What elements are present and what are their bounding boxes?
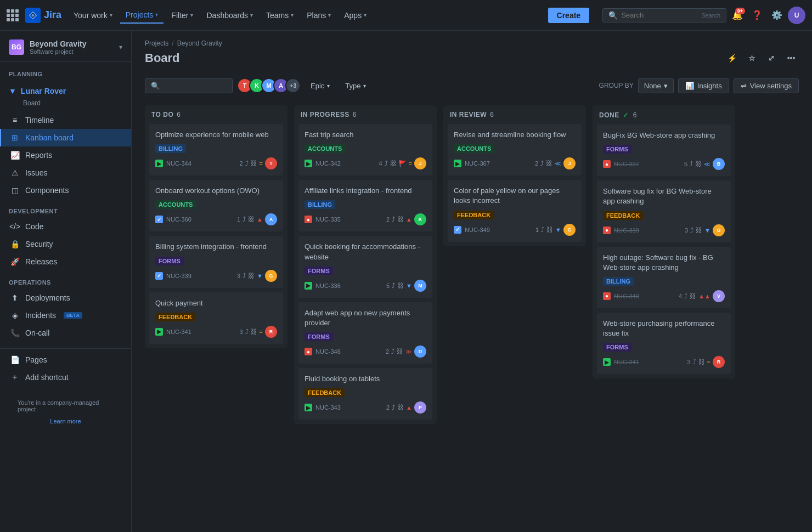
sidebar-item-timeline[interactable]: ≡ Timeline: [0, 111, 131, 129]
sidebar-item-lunar-rover[interactable]: ▼ Lunar Rover: [9, 83, 122, 99]
sidebar-item-issues[interactable]: ⚠ Issues: [0, 164, 131, 182]
type-filter-button[interactable]: Type ▾: [340, 79, 371, 93]
card-footer: ● NUC-340 4 ⤴ ⛓ ▲▲ V: [603, 290, 725, 302]
sidebar-item-incidents[interactable]: ◈ Incidents BETA: [0, 307, 131, 324]
card[interactable]: BugFix BG Web-store app crashing FORMS ●…: [597, 124, 731, 176]
done-check-icon: ✓: [623, 111, 629, 119]
sidebar-item-on-call[interactable]: 📞 On-call: [0, 324, 131, 342]
card-id: NUC-339: [614, 227, 639, 234]
nav-teams[interactable]: Teams ▾: [261, 8, 299, 23]
card-id: NUC-344: [166, 160, 191, 167]
card[interactable]: Revise and streamline booking flow ACCOU…: [448, 124, 582, 176]
card[interactable]: Fluid booking on tablets FEEDBACK ▶ NUC-…: [298, 368, 432, 420]
priority-icon: ▼: [555, 227, 561, 233]
sidebar-item-code[interactable]: </> Code: [0, 218, 131, 235]
notifications-button[interactable]: 🔔 9+: [729, 7, 746, 24]
search-icon: 🔍: [608, 11, 618, 20]
user-avatar[interactable]: U: [788, 7, 805, 24]
card-story-points: 3: [685, 227, 688, 234]
sidebar-item-add-shortcut[interactable]: ＋ Add shortcut: [0, 369, 131, 386]
card[interactable]: Onboard workout options (OWO) ACCOUNTS ✓…: [149, 180, 283, 231]
nav-projects[interactable]: Projects ▾: [120, 7, 164, 24]
card-story-points: 2: [535, 160, 538, 167]
sidebar-item-pages[interactable]: 📄 Pages: [0, 351, 131, 369]
card[interactable]: Fast trip search ACCOUNTS ▶ NUC-342 4 ⤴ …: [298, 124, 432, 176]
card-tag: ACCOUNTS: [304, 144, 345, 153]
card[interactable]: Quick booking for accommodations - websi…: [298, 236, 432, 297]
card-footer: ● NUC-335 2 ⤴ ⛓ ▲ K: [304, 213, 426, 225]
child-count-icon: ⛓: [251, 328, 257, 336]
card[interactable]: Quick payment FEEDBACK ▶ NUC-341 3 ⤴ ⛓ =…: [149, 292, 283, 344]
card[interactable]: Optimize experience for mobile web BILLI…: [149, 124, 283, 176]
card-id: NUC-336: [315, 282, 341, 289]
issue-type-icon: ▶: [603, 358, 611, 366]
learn-more-link[interactable]: Learn more: [50, 418, 81, 425]
settings-button[interactable]: ⚙️: [768, 7, 786, 24]
column-header-inreview: IN REVIEW 6: [443, 105, 586, 124]
column-cards-inprogress: Fast trip search ACCOUNTS ▶ NUC-342 4 ⤴ …: [294, 124, 437, 424]
kanban-board: TO DO 6 Optimize experience for mobile w…: [132, 99, 812, 516]
breadcrumb-project[interactable]: Beyond Gravity: [177, 39, 222, 47]
group-by-select[interactable]: None ▾: [638, 78, 674, 93]
card-id: NUC-349: [465, 227, 490, 233]
beta-badge: BETA: [64, 312, 82, 319]
nav-your-work[interactable]: Your work ▾: [68, 8, 118, 23]
filter-search[interactable]: 🔍: [145, 78, 233, 93]
child-count-icon: ⛓: [698, 358, 705, 366]
board-filters: 🔍 T K M A +3 Epic ▾ Type ▾ GROUP BY None…: [132, 72, 812, 99]
sidebar-item-deployments[interactable]: ⬆ Deployments: [0, 289, 131, 307]
card[interactable]: Adapt web app no new payments provider F…: [298, 302, 432, 364]
card[interactable]: Web-store purchasing performance issue f…: [597, 313, 731, 374]
search-input[interactable]: [621, 11, 698, 19]
incidents-icon: ◈: [10, 310, 20, 320]
grid-menu-icon[interactable]: [7, 9, 19, 21]
priority-icon: ▼: [257, 273, 263, 279]
card-tag: FEEDBACK: [603, 211, 643, 220]
card-id: NUC-341: [614, 359, 639, 365]
insights-button[interactable]: 📊 Insights: [678, 78, 729, 93]
child-issues-icon: ⤴: [245, 160, 249, 167]
priority-icon: ▼: [406, 282, 412, 289]
expand-icon[interactable]: ⤢: [764, 50, 779, 66]
issue-type-icon: ●: [603, 160, 611, 168]
sidebar-item-releases[interactable]: 🚀 Releases: [0, 253, 131, 270]
more-icon[interactable]: •••: [783, 50, 799, 66]
avatar-extra[interactable]: +3: [285, 78, 301, 93]
card[interactable]: Billing system integration - frontend FO…: [149, 236, 283, 287]
breadcrumb-projects[interactable]: Projects: [145, 39, 168, 47]
jira-logo[interactable]: Jira: [25, 8, 61, 23]
settings-sliders-icon: ⇌: [741, 82, 747, 90]
child-count-icon: ⛓: [397, 348, 403, 355]
sidebar-item-kanban[interactable]: ⊞ Kanban board: [0, 129, 131, 146]
view-settings-button[interactable]: ⇌ View settings: [734, 78, 799, 93]
nav-dashboards[interactable]: Dashboards ▾: [201, 8, 258, 23]
sidebar-item-components[interactable]: ◫ Components: [0, 182, 131, 199]
lightning-icon[interactable]: ⚡: [724, 50, 740, 66]
card[interactable]: Color of pale yellow on our pages looks …: [448, 180, 582, 241]
sidebar-item-security[interactable]: 🔒 Security: [0, 235, 131, 253]
card-id: NUC-340: [614, 293, 639, 299]
search-box[interactable]: 🔍 Search: [602, 8, 726, 22]
priority-icon: ▲: [257, 216, 263, 223]
card-avatar: R: [713, 356, 725, 368]
nav-filter[interactable]: Filter ▾: [166, 8, 199, 23]
card-id: NUC-343: [315, 404, 341, 411]
nav-plans[interactable]: Plans ▾: [301, 8, 336, 23]
nav-apps[interactable]: Apps ▾: [339, 8, 372, 23]
issue-type-icon: ▶: [304, 282, 312, 290]
card[interactable]: Affiliate links integration - frontend B…: [298, 180, 432, 231]
card[interactable]: Software bug fix for BG Web-store app cr…: [597, 180, 731, 242]
project-info: Beyond Gravity Software project: [30, 39, 86, 55]
sidebar-item-reports[interactable]: 📈 Reports: [0, 146, 131, 164]
create-button[interactable]: Create: [548, 8, 590, 23]
child-issues-icon: ⤴: [690, 227, 693, 234]
card[interactable]: High outage: Software bug fix - BG Web-s…: [597, 247, 731, 308]
help-button[interactable]: ❓: [748, 7, 766, 24]
card-title: Fluid booking on tablets: [304, 374, 426, 384]
card-story-points: 3: [239, 329, 243, 335]
star-icon[interactable]: ☆: [744, 50, 759, 66]
epic-filter-button[interactable]: Epic ▾: [305, 79, 335, 93]
releases-icon: 🚀: [10, 257, 20, 267]
filter-search-input[interactable]: [163, 82, 223, 90]
sidebar-project[interactable]: BG Beyond Gravity Software project ▾: [0, 31, 131, 62]
